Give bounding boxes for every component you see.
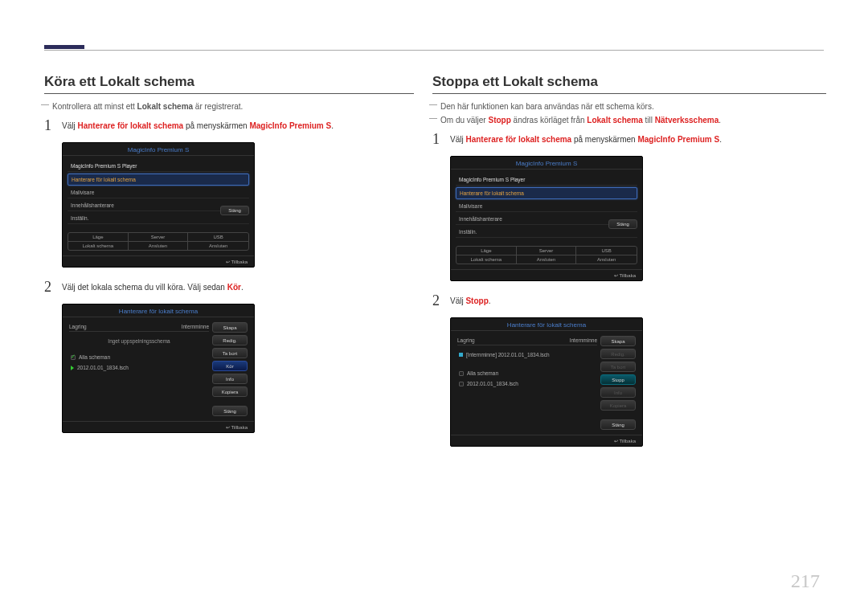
menu-item-selected: Hanterare för lokalt schema: [68, 174, 249, 186]
create-button: Skapa: [600, 336, 636, 346]
list-item: Alla scheman: [457, 368, 597, 378]
screenshot-scheduler-run: Hanterare för lokalt schema LagringInter…: [62, 304, 255, 433]
running-icon: [459, 353, 463, 357]
back-footer: Tillbaka: [63, 421, 254, 432]
back-footer: Tillbaka: [63, 255, 254, 267]
screenshot-menu-run: MagicInfo Premium S MagicInfo Premium S …: [62, 142, 255, 268]
shot-title: Hanterare för lokalt schema: [451, 318, 642, 331]
back-footer: Tillbaka: [451, 435, 642, 446]
run-button: Kör: [212, 361, 248, 371]
delete-button: Ta bort: [600, 362, 636, 372]
close-button: Stäng: [608, 219, 637, 229]
back-footer: Tillbaka: [451, 269, 642, 280]
copy-button: Kopiera: [212, 386, 248, 397]
status-grid: LägeServerUSB Lokalt schemaAnslutenAnslu…: [456, 246, 637, 264]
checkbox-checked-icon: [71, 355, 76, 360]
close-button: Stäng: [220, 206, 249, 215]
note-run: Kontrollera att minst ett Lokalt schema …: [44, 102, 414, 111]
list-item: Alla scheman: [69, 352, 209, 362]
copy-button: Kopiera: [600, 400, 636, 411]
step-number: 2: [44, 279, 62, 296]
shot-title: MagicInfo Premium S: [451, 157, 642, 170]
menu-item: MagicInfo Premium S Player: [68, 161, 249, 172]
screenshot-scheduler-stop: Hanterare för lokalt schema LagringInter…: [450, 317, 643, 447]
step1-text-stop: Välj Hanterare för lokalt schema på meny…: [450, 131, 722, 144]
stop-button: Stopp: [600, 374, 636, 385]
heading-run: Köra ett Lokalt schema: [44, 74, 414, 94]
checkbox-icon: [459, 371, 464, 376]
info-button: Info: [212, 374, 248, 384]
list-item: 2012.01.01_1834.lsch: [457, 378, 597, 389]
menu-item-selected: Hanterare för lokalt schema: [456, 187, 637, 199]
menu-item: Mallvisare: [456, 201, 637, 212]
checkbox-icon: [459, 382, 464, 386]
step2-text-run: Välj det lokala schema du vill köra. Väl…: [62, 279, 244, 292]
edit-button: Redig.: [212, 335, 248, 345]
shot-title: MagicInfo Premium S: [63, 143, 254, 156]
step2-text-stop: Välj Stopp.: [450, 292, 491, 305]
page-number: 217: [791, 570, 820, 592]
menu-item: Mallvisare: [68, 187, 249, 198]
heading-stop: Stoppa ett Lokalt schema: [432, 74, 826, 94]
step-number: 2: [432, 292, 450, 309]
screenshot-menu-stop: MagicInfo Premium S MagicInfo Premium S …: [450, 156, 643, 281]
edit-button: Redig.: [600, 349, 636, 359]
status-grid: LägeServerUSB Lokalt schemaAnslutenAnslu…: [68, 232, 249, 251]
menu-item: MagicInfo Premium S Player: [456, 174, 637, 186]
step-number: 1: [44, 117, 62, 134]
play-icon: [71, 366, 74, 370]
note-stop-1: Den här funktionen kan bara användas när…: [432, 102, 826, 111]
delete-button: Ta bort: [212, 348, 248, 358]
note-stop-2: Om du väljer Stopp ändras körläget från …: [432, 116, 826, 125]
step-number: 1: [432, 131, 450, 148]
create-button: Skapa: [212, 322, 248, 333]
step1-text-run: Välj Hanterare för lokalt schema på meny…: [62, 117, 334, 130]
list-item: 2012.01.01_1834.lsch: [69, 362, 209, 373]
close-button: Stäng: [212, 406, 248, 416]
shot-title: Hanterare för lokalt schema: [63, 304, 254, 317]
info-button: Info: [600, 387, 636, 398]
running-item: [Internminne] 2012.01.01_1834.lsch: [457, 345, 597, 360]
close-button: Stäng: [600, 419, 636, 430]
empty-msg: Inget uppspelningsschema: [69, 332, 209, 352]
